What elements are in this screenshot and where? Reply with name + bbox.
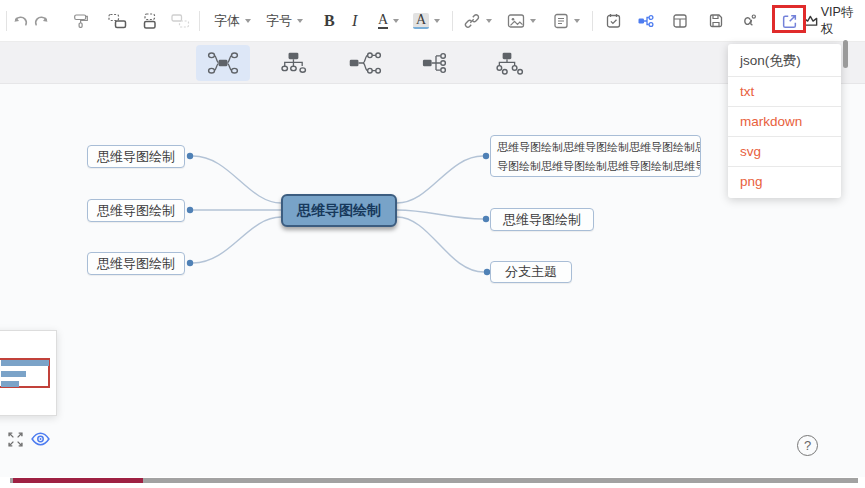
insert-child-node-icon[interactable] [171,0,190,42]
divider [199,11,200,31]
share-icon[interactable] [740,0,758,42]
redo-icon[interactable] [33,0,50,42]
mindmap-node-right-2[interactable]: 思维导图绘制 [490,208,594,231]
help-button[interactable]: ? [797,435,818,456]
minimap-root-bar [1,360,49,366]
divider [592,11,593,31]
export-icon[interactable] [781,0,798,42]
insert-sibling-node-icon[interactable] [108,0,127,42]
export-option-json[interactable]: json(免费) [728,46,841,76]
layout-tree-right-button[interactable] [338,45,392,81]
layout-logic-right-button[interactable] [409,45,463,81]
divider [452,11,453,31]
format-painter-icon[interactable] [72,0,89,42]
chevron-down-icon [434,19,440,23]
highlight-color-button[interactable]: A [413,0,440,42]
table-icon[interactable] [672,0,688,42]
mindmap-node-right-1[interactable]: 思维导图绘制思维导图绘制思维导图绘制思 导图绘制思维导图绘制思维导图绘制思维导 [490,135,701,177]
image-icon[interactable] [507,0,536,42]
export-option-svg[interactable]: svg [728,136,841,166]
mindmap-root-node[interactable]: 思维导图绘制 [281,194,397,227]
outline-icon[interactable] [637,0,656,42]
export-option-png[interactable]: png [728,166,841,196]
minimap-branch-bar [1,371,26,377]
mindmap-node-left-3[interactable]: 思维导图绘制 [87,252,185,275]
chevron-down-icon [393,19,399,23]
minimap-branch-bar [1,381,19,387]
layout-org-mixed-button[interactable] [480,45,534,81]
bold-button[interactable]: B [324,0,335,42]
main-toolbar: 字体 字号 B I A A [0,0,865,42]
mindmap-node-left-1[interactable]: 思维导图绘制 [87,145,185,168]
minimap-panel[interactable] [0,330,57,416]
vertical-scrollbar-thumb[interactable] [843,40,848,68]
divider [6,11,7,31]
chevron-down-icon [245,19,251,23]
export-option-txt[interactable]: txt [728,76,841,106]
font-family-label: 字体 [214,12,240,30]
progress-bar-played[interactable] [13,478,143,483]
mindmap-editor-window: 字体 字号 B I A A [0,0,865,488]
save-icon[interactable] [708,0,724,42]
chevron-down-icon [574,19,580,23]
crown-icon [802,14,819,28]
mindmap-node-left-2[interactable]: 思维导图绘制 [87,199,185,222]
watch-mode-eye-icon[interactable] [30,430,51,452]
link-icon[interactable] [463,0,492,42]
font-size-select[interactable]: 字号 [266,0,303,42]
font-family-select[interactable]: 字体 [214,0,251,42]
italic-button[interactable]: I [352,0,357,42]
font-size-label: 字号 [266,12,292,30]
chevron-down-icon [297,19,303,23]
note-icon[interactable] [553,0,580,42]
mindmap-node-right-3[interactable]: 分支主题 [490,261,572,283]
undo-icon[interactable] [12,0,29,42]
insert-parent-node-icon[interactable] [141,0,159,42]
chevron-down-icon [486,19,492,23]
chevron-down-icon [530,19,536,23]
layout-org-chart-button[interactable] [267,45,321,81]
export-menu: json(免费) txt markdown svg png [728,44,841,198]
vip-label: VIP特权 [821,4,865,38]
font-color-button[interactable]: A [378,0,399,42]
todo-icon[interactable] [605,0,622,42]
fullscreen-icon[interactable] [7,431,24,452]
vip-button[interactable]: VIP特权 [802,0,865,42]
export-option-markdown[interactable]: markdown [728,106,841,136]
layout-mindmap-button[interactable] [196,45,250,81]
